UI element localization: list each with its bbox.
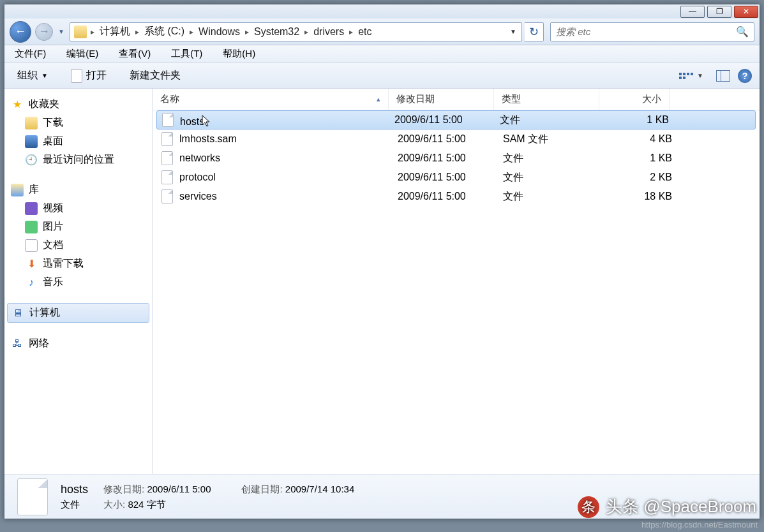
sidebar-item-xunlei[interactable]: ⬇迅雷下载 (7, 255, 149, 273)
column-header-type[interactable]: 类型 (494, 89, 599, 110)
column-header-date[interactable]: 修改日期 (389, 89, 494, 110)
pictures-icon (25, 221, 38, 233)
crumb-drivers[interactable]: drivers (310, 23, 348, 41)
details-created-value: 2009/7/14 10:34 (285, 484, 354, 494)
file-date: 2009/6/11 5:00 (394, 114, 500, 126)
sidebar-libraries[interactable]: 库 (7, 181, 149, 199)
file-size: 1 KB (605, 114, 669, 126)
minimize-button[interactable]: — (680, 6, 705, 18)
search-box[interactable]: 🔍 (550, 22, 754, 41)
file-list-pane: 名称 修改日期 类型 大小 hosts2009/6/11 5:00文件1 KBl… (153, 89, 760, 474)
new-folder-button[interactable]: 新建文件夹 (124, 66, 186, 85)
watermark-text: 头条 @SpaceBroom (606, 496, 756, 518)
view-icon (679, 70, 693, 82)
file-rows: hosts2009/6/11 5:00文件1 KBlmhosts.sam2009… (153, 110, 760, 474)
address-dropdown[interactable]: ▼ (506, 28, 520, 35)
file-name: networks (179, 152, 398, 164)
music-icon: ♪ (25, 276, 38, 289)
details-mod-value: 2009/6/11 5:00 (147, 484, 211, 494)
file-row[interactable]: networks2009/6/11 5:00文件1 KB (153, 149, 760, 168)
details-created-label: 创建日期: (241, 484, 282, 494)
file-icon (161, 189, 173, 203)
downloads-icon (25, 117, 38, 129)
crumb-computer[interactable]: 计算机 (96, 23, 134, 41)
crumb-drive-c[interactable]: 系统 (C:) (140, 23, 188, 41)
chevron-right-icon[interactable]: ▸ (244, 27, 250, 36)
file-name: services (179, 191, 398, 202)
file-icon (17, 478, 48, 515)
history-dropdown[interactable]: ▼ (57, 21, 66, 43)
chevron-down-icon: ▼ (697, 72, 703, 79)
sidebar-item-downloads[interactable]: 下载 (7, 114, 149, 132)
sidebar-item-computer[interactable]: 🖥计算机 (7, 303, 149, 323)
watermark-icon: 条 (578, 496, 599, 518)
maximize-button[interactable]: ❐ (707, 6, 731, 18)
refresh-button[interactable]: ↻ (525, 22, 544, 41)
column-header-size[interactable]: 大小 (599, 89, 670, 110)
menu-file[interactable]: 文件(F) (10, 47, 51, 61)
column-header-name[interactable]: 名称 (153, 89, 389, 110)
file-size: 18 KB (608, 191, 672, 202)
close-button[interactable]: ✕ (734, 6, 758, 18)
details-filename: hosts (61, 483, 88, 496)
crumb-etc[interactable]: etc (354, 23, 375, 41)
file-type: SAM 文件 (503, 133, 608, 146)
help-button[interactable]: ? (738, 69, 752, 83)
back-button[interactable]: ← (10, 21, 31, 43)
file-icon (161, 132, 173, 146)
sidebar-item-documents[interactable]: 文档 (7, 236, 149, 255)
chevron-right-icon[interactable]: ▸ (303, 27, 310, 36)
file-type: 文件 (503, 190, 608, 203)
file-icon (161, 170, 173, 184)
view-options-button[interactable]: ▼ (674, 68, 708, 84)
forward-button[interactable]: → (35, 23, 53, 41)
file-size: 4 KB (608, 133, 672, 145)
chevron-right-icon[interactable]: ▸ (134, 27, 140, 36)
details-size-value: 824 字节 (128, 499, 165, 510)
organize-button[interactable]: 组织 ▼ (12, 66, 53, 85)
file-row[interactable]: hosts2009/6/11 5:00文件1 KB (156, 110, 756, 129)
menu-view[interactable]: 查看(V) (114, 47, 156, 61)
preview-pane-button[interactable] (716, 70, 730, 82)
menu-edit[interactable]: 编辑(E) (61, 47, 103, 61)
computer-icon: 🖥 (11, 307, 24, 320)
crumb-windows[interactable]: Windows (195, 23, 244, 41)
file-icon (71, 69, 82, 83)
chevron-right-icon[interactable]: ▸ (89, 27, 96, 36)
open-button[interactable]: 打开 (66, 66, 112, 85)
cursor-icon (202, 115, 211, 128)
details-filetype: 文件 (61, 499, 88, 511)
sidebar-item-desktop[interactable]: 桌面 (7, 132, 149, 151)
file-row[interactable]: protocol2009/6/11 5:00文件2 KB (153, 168, 760, 187)
details-size-label: 大小: (103, 499, 125, 510)
chevron-right-icon[interactable]: ▸ (188, 27, 195, 36)
folder-icon (74, 26, 87, 38)
sidebar-item-pictures[interactable]: 图片 (7, 218, 149, 236)
search-input[interactable] (556, 26, 736, 37)
watermark-url: https://blog.csdn.net/Eastmount (641, 520, 758, 529)
sidebar-favorites[interactable]: ★收藏夹 (7, 95, 149, 114)
file-date: 2009/6/11 5:00 (398, 191, 503, 202)
sidebar-item-network[interactable]: 🖧网络 (7, 334, 149, 353)
sidebar-item-videos[interactable]: 视频 (7, 199, 149, 218)
documents-icon (25, 239, 38, 252)
command-bar: 组织 ▼ 打开 新建文件夹 ▼ ? (4, 63, 760, 89)
file-date: 2009/6/11 5:00 (398, 152, 503, 164)
menu-tools[interactable]: 工具(T) (166, 47, 207, 61)
file-name: hosts (180, 112, 394, 128)
address-bar[interactable]: ▸ 计算机 ▸ 系统 (C:) ▸ Windows ▸ System32 ▸ d… (70, 22, 522, 41)
star-icon: ★ (11, 98, 24, 111)
file-name: protocol (179, 172, 398, 183)
sidebar-item-recent[interactable]: 🕘最近访问的位置 (7, 151, 149, 169)
menu-bar: 文件(F) 编辑(E) 查看(V) 工具(T) 帮助(H) (4, 45, 760, 63)
file-row[interactable]: services2009/6/11 5:00文件18 KB (153, 187, 760, 206)
crumb-system32[interactable]: System32 (250, 23, 303, 41)
video-icon (25, 202, 38, 215)
search-icon[interactable]: 🔍 (736, 26, 749, 38)
column-headers: 名称 修改日期 类型 大小 (153, 89, 760, 110)
menu-help[interactable]: 帮助(H) (218, 47, 260, 61)
sidebar-item-music[interactable]: ♪音乐 (7, 273, 149, 292)
chevron-right-icon[interactable]: ▸ (348, 27, 354, 36)
file-row[interactable]: lmhosts.sam2009/6/11 5:00SAM 文件4 KB (153, 129, 760, 149)
titlebar[interactable]: — ❐ ✕ (4, 4, 760, 18)
